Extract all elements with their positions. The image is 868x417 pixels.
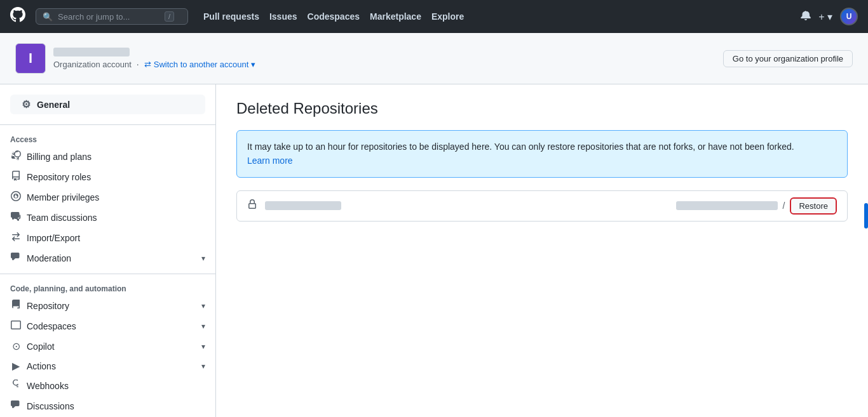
sidebar-section-code: Code, planning, and automation bbox=[0, 279, 215, 296]
scrollbar-accent[interactable] bbox=[864, 203, 868, 228]
copilot-icon: ⊙ bbox=[10, 340, 22, 352]
switch-icon: ⇄ bbox=[144, 60, 151, 69]
account-info: Organization account · ⇄ Switch to anoth… bbox=[53, 48, 255, 69]
sidebar: ⚙ General Access Billing and plans Repos… bbox=[0, 84, 216, 417]
learn-more-link[interactable]: Learn more bbox=[247, 156, 293, 166]
import-export-icon bbox=[10, 232, 22, 244]
gear-icon: ⚙ bbox=[20, 98, 32, 110]
org-avatar: I bbox=[15, 43, 46, 74]
billing-icon bbox=[10, 150, 22, 163]
sidebar-discussions-label: Discussions bbox=[27, 401, 74, 411]
nav-issues[interactable]: Issues bbox=[269, 11, 297, 22]
moderation-chevron-icon: ▾ bbox=[201, 254, 205, 263]
account-header-right: Go to your organization profile bbox=[723, 50, 853, 67]
sidebar-item-copilot[interactable]: ⊙ Copilot ▾ bbox=[0, 336, 215, 356]
switch-account-link[interactable]: ⇄ Switch to another account ▾ bbox=[144, 60, 256, 69]
repo-chevron-icon: ▾ bbox=[201, 301, 205, 310]
codespaces-chevron-icon: ▾ bbox=[201, 322, 205, 331]
repo-meta-placeholder bbox=[676, 201, 778, 210]
sidebar-repo-label: Repository bbox=[27, 301, 69, 311]
sidebar-item-repository[interactable]: Repository ▾ bbox=[0, 296, 215, 316]
sidebar-codespaces-label: Codespaces bbox=[27, 321, 76, 331]
search-box[interactable]: 🔍 / bbox=[36, 8, 188, 25]
sidebar-webhooks-label: Webhooks bbox=[27, 381, 69, 391]
account-header: I Organization account · ⇄ Switch to ano… bbox=[0, 33, 868, 84]
github-logo[interactable] bbox=[10, 7, 25, 26]
nav-explore[interactable]: Explore bbox=[431, 11, 464, 22]
sidebar-import-label: Import/Export bbox=[27, 233, 80, 243]
sidebar-item-moderation[interactable]: Moderation ▾ bbox=[0, 248, 215, 268]
sidebar-team-disc-label: Team discussions bbox=[27, 213, 97, 223]
nav-marketplace[interactable]: Marketplace bbox=[370, 11, 421, 22]
discussions-icon bbox=[10, 211, 22, 224]
slash-badge: / bbox=[165, 11, 174, 22]
sidebar-item-team-discussions[interactable]: Team discussions bbox=[0, 208, 215, 228]
info-text: It may take up to an hour for repositori… bbox=[247, 142, 794, 152]
body-layout: ⚙ General Access Billing and plans Repos… bbox=[0, 84, 868, 417]
sidebar-item-general[interactable]: ⚙ General bbox=[10, 95, 205, 114]
main-content: Deleted Repositories It may take up to a… bbox=[216, 84, 868, 417]
sidebar-item-import-export[interactable]: Import/Export bbox=[0, 228, 215, 248]
sidebar-general-label: General bbox=[37, 100, 70, 110]
search-input[interactable] bbox=[58, 12, 159, 22]
sidebar-actions-label: Actions bbox=[27, 361, 56, 371]
avatar[interactable]: U bbox=[840, 8, 858, 25]
chevron-down-icon: ▾ bbox=[251, 60, 255, 69]
sidebar-item-discussions[interactable]: Discussions bbox=[0, 396, 215, 416]
sidebar-section-access: Access bbox=[0, 130, 215, 147]
codespaces-sidebar-icon bbox=[10, 320, 22, 333]
notifications-button[interactable] bbox=[801, 10, 811, 23]
sidebar-copilot-label: Copilot bbox=[27, 341, 55, 352]
account-type-label: Organization account bbox=[53, 60, 132, 69]
nav-pull-requests[interactable]: Pull requests bbox=[203, 11, 259, 22]
nav-codespaces[interactable]: Codespaces bbox=[308, 11, 360, 22]
sidebar-item-billing[interactable]: Billing and plans bbox=[0, 147, 215, 167]
nav-links: Pull requests Issues Codespaces Marketpl… bbox=[203, 11, 464, 22]
repo-row-right: / Restore bbox=[676, 197, 837, 215]
sidebar-item-repo-roles[interactable]: Repository roles bbox=[0, 167, 215, 187]
repo-roles-icon bbox=[10, 171, 22, 183]
org-profile-button[interactable]: Go to your organization profile bbox=[723, 50, 853, 67]
search-icon: 🔍 bbox=[43, 12, 53, 22]
sidebar-member-label: Member privileges bbox=[27, 192, 99, 202]
add-button[interactable]: + ▾ bbox=[818, 11, 832, 23]
repo-name-placeholder bbox=[265, 201, 341, 210]
repository-icon bbox=[10, 300, 22, 312]
actions-chevron-icon: ▾ bbox=[201, 362, 205, 371]
account-info-left: I Organization account · ⇄ Switch to ano… bbox=[15, 43, 255, 74]
lock-icon bbox=[247, 199, 257, 212]
info-box: It may take up to an hour for repositori… bbox=[236, 130, 848, 178]
account-name-placeholder bbox=[53, 48, 130, 56]
moderation-icon bbox=[10, 252, 22, 265]
actions-icon: ▶ bbox=[10, 360, 22, 372]
sidebar-billing-label: Billing and plans bbox=[27, 152, 92, 162]
sidebar-item-codespaces[interactable]: Codespaces ▾ bbox=[0, 316, 215, 336]
sidebar-moderation-label: Moderation bbox=[27, 253, 71, 263]
sidebar-repo-roles-label: Repository roles bbox=[27, 172, 91, 182]
discussions-sidebar-icon bbox=[10, 400, 22, 413]
member-icon bbox=[10, 191, 22, 204]
deleted-repo-row: / Restore bbox=[236, 190, 848, 222]
sidebar-item-webhooks[interactable]: Webhooks bbox=[0, 376, 215, 396]
sidebar-item-member-privileges[interactable]: Member privileges bbox=[0, 187, 215, 208]
top-navigation: 🔍 / Pull requests Issues Codespaces Mark… bbox=[0, 0, 868, 33]
copilot-chevron-icon: ▾ bbox=[201, 342, 205, 351]
sidebar-item-actions[interactable]: ▶ Actions ▾ bbox=[0, 356, 215, 376]
restore-button[interactable]: Restore bbox=[790, 197, 837, 215]
slash-separator: / bbox=[783, 201, 785, 211]
page-title: Deleted Repositories bbox=[236, 100, 848, 117]
webhooks-icon bbox=[10, 380, 22, 392]
account-name-bar bbox=[53, 48, 255, 56]
sidebar-general-section: ⚙ General bbox=[0, 95, 215, 119]
topnav-right: + ▾ U bbox=[801, 8, 858, 25]
